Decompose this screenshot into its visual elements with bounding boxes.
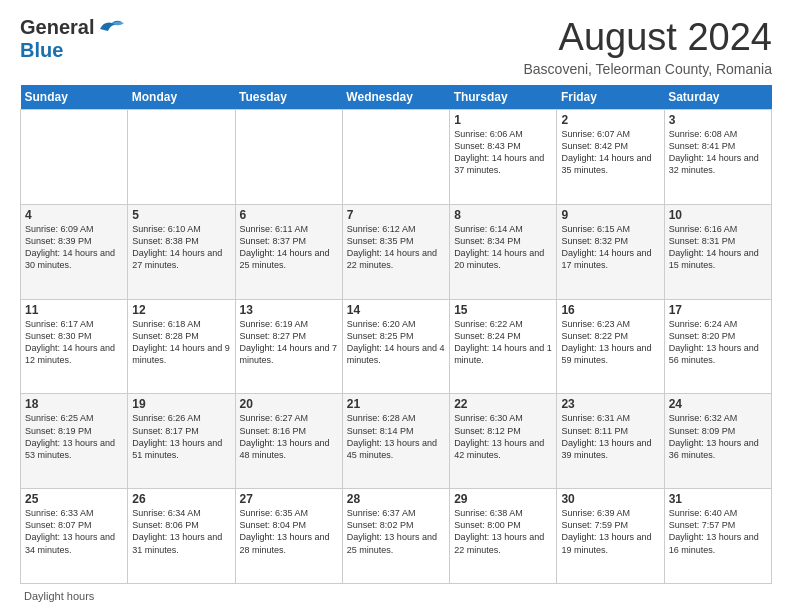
- day-info: Sunrise: 6:39 AM Sunset: 7:59 PM Dayligh…: [561, 507, 659, 556]
- calendar-cell: 24Sunrise: 6:32 AM Sunset: 8:09 PM Dayli…: [664, 394, 771, 489]
- day-info: Sunrise: 6:31 AM Sunset: 8:11 PM Dayligh…: [561, 412, 659, 461]
- calendar-cell: 26Sunrise: 6:34 AM Sunset: 8:06 PM Dayli…: [128, 489, 235, 584]
- day-number: 7: [347, 208, 445, 222]
- day-info: Sunrise: 6:09 AM Sunset: 8:39 PM Dayligh…: [25, 223, 123, 272]
- logo-bird-icon: [96, 17, 124, 39]
- col-tuesday: Tuesday: [235, 85, 342, 110]
- title-area: August 2024 Bascoveni, Teleorman County,…: [130, 16, 772, 77]
- day-number: 21: [347, 397, 445, 411]
- day-info: Sunrise: 6:27 AM Sunset: 8:16 PM Dayligh…: [240, 412, 338, 461]
- logo-area: General Blue: [20, 16, 130, 62]
- day-info: Sunrise: 6:35 AM Sunset: 8:04 PM Dayligh…: [240, 507, 338, 556]
- day-info: Sunrise: 6:28 AM Sunset: 8:14 PM Dayligh…: [347, 412, 445, 461]
- day-info: Sunrise: 6:12 AM Sunset: 8:35 PM Dayligh…: [347, 223, 445, 272]
- day-info: Sunrise: 6:40 AM Sunset: 7:57 PM Dayligh…: [669, 507, 767, 556]
- day-number: 14: [347, 303, 445, 317]
- day-number: 4: [25, 208, 123, 222]
- day-info: Sunrise: 6:16 AM Sunset: 8:31 PM Dayligh…: [669, 223, 767, 272]
- calendar-cell: 11Sunrise: 6:17 AM Sunset: 8:30 PM Dayli…: [21, 299, 128, 394]
- calendar-cell: 21Sunrise: 6:28 AM Sunset: 8:14 PM Dayli…: [342, 394, 449, 489]
- day-number: 9: [561, 208, 659, 222]
- day-info: Sunrise: 6:33 AM Sunset: 8:07 PM Dayligh…: [25, 507, 123, 556]
- day-info: Sunrise: 6:14 AM Sunset: 8:34 PM Dayligh…: [454, 223, 552, 272]
- day-number: 1: [454, 113, 552, 127]
- day-info: Sunrise: 6:23 AM Sunset: 8:22 PM Dayligh…: [561, 318, 659, 367]
- day-number: 2: [561, 113, 659, 127]
- calendar-cell: [342, 110, 449, 205]
- calendar-cell: [21, 110, 128, 205]
- calendar-cell: 8Sunrise: 6:14 AM Sunset: 8:34 PM Daylig…: [450, 204, 557, 299]
- day-info: Sunrise: 6:19 AM Sunset: 8:27 PM Dayligh…: [240, 318, 338, 367]
- calendar-cell: 16Sunrise: 6:23 AM Sunset: 8:22 PM Dayli…: [557, 299, 664, 394]
- day-number: 10: [669, 208, 767, 222]
- calendar-cell: 4Sunrise: 6:09 AM Sunset: 8:39 PM Daylig…: [21, 204, 128, 299]
- col-monday: Monday: [128, 85, 235, 110]
- day-number: 31: [669, 492, 767, 506]
- calendar-week-1: 1Sunrise: 6:06 AM Sunset: 8:43 PM Daylig…: [21, 110, 772, 205]
- day-number: 30: [561, 492, 659, 506]
- calendar-cell: 1Sunrise: 6:06 AM Sunset: 8:43 PM Daylig…: [450, 110, 557, 205]
- calendar-cell: 14Sunrise: 6:20 AM Sunset: 8:25 PM Dayli…: [342, 299, 449, 394]
- calendar-cell: 23Sunrise: 6:31 AM Sunset: 8:11 PM Dayli…: [557, 394, 664, 489]
- calendar-cell: 15Sunrise: 6:22 AM Sunset: 8:24 PM Dayli…: [450, 299, 557, 394]
- day-number: 27: [240, 492, 338, 506]
- page: General Blue August 2024 Bascoveni, Tele…: [0, 0, 792, 612]
- calendar-week-5: 25Sunrise: 6:33 AM Sunset: 8:07 PM Dayli…: [21, 489, 772, 584]
- calendar-cell: 3Sunrise: 6:08 AM Sunset: 8:41 PM Daylig…: [664, 110, 771, 205]
- day-info: Sunrise: 6:34 AM Sunset: 8:06 PM Dayligh…: [132, 507, 230, 556]
- day-info: Sunrise: 6:26 AM Sunset: 8:17 PM Dayligh…: [132, 412, 230, 461]
- day-info: Sunrise: 6:06 AM Sunset: 8:43 PM Dayligh…: [454, 128, 552, 177]
- calendar-cell: 9Sunrise: 6:15 AM Sunset: 8:32 PM Daylig…: [557, 204, 664, 299]
- col-friday: Friday: [557, 85, 664, 110]
- day-number: 29: [454, 492, 552, 506]
- day-number: 15: [454, 303, 552, 317]
- day-info: Sunrise: 6:15 AM Sunset: 8:32 PM Dayligh…: [561, 223, 659, 272]
- day-number: 8: [454, 208, 552, 222]
- calendar-table: Sunday Monday Tuesday Wednesday Thursday…: [20, 85, 772, 584]
- month-title: August 2024: [130, 16, 772, 59]
- col-wednesday: Wednesday: [342, 85, 449, 110]
- calendar-cell: 7Sunrise: 6:12 AM Sunset: 8:35 PM Daylig…: [342, 204, 449, 299]
- calendar-cell: 2Sunrise: 6:07 AM Sunset: 8:42 PM Daylig…: [557, 110, 664, 205]
- daylight-label: Daylight hours: [24, 590, 94, 602]
- col-thursday: Thursday: [450, 85, 557, 110]
- day-number: 6: [240, 208, 338, 222]
- day-info: Sunrise: 6:37 AM Sunset: 8:02 PM Dayligh…: [347, 507, 445, 556]
- calendar-week-4: 18Sunrise: 6:25 AM Sunset: 8:19 PM Dayli…: [21, 394, 772, 489]
- day-number: 25: [25, 492, 123, 506]
- day-number: 22: [454, 397, 552, 411]
- calendar-week-3: 11Sunrise: 6:17 AM Sunset: 8:30 PM Dayli…: [21, 299, 772, 394]
- day-number: 23: [561, 397, 659, 411]
- day-info: Sunrise: 6:17 AM Sunset: 8:30 PM Dayligh…: [25, 318, 123, 367]
- day-info: Sunrise: 6:24 AM Sunset: 8:20 PM Dayligh…: [669, 318, 767, 367]
- col-saturday: Saturday: [664, 85, 771, 110]
- calendar-cell: 20Sunrise: 6:27 AM Sunset: 8:16 PM Dayli…: [235, 394, 342, 489]
- day-number: 16: [561, 303, 659, 317]
- day-info: Sunrise: 6:18 AM Sunset: 8:28 PM Dayligh…: [132, 318, 230, 367]
- day-number: 12: [132, 303, 230, 317]
- day-info: Sunrise: 6:07 AM Sunset: 8:42 PM Dayligh…: [561, 128, 659, 177]
- day-number: 3: [669, 113, 767, 127]
- footer: Daylight hours: [20, 590, 772, 602]
- location-subtitle: Bascoveni, Teleorman County, Romania: [130, 61, 772, 77]
- calendar-cell: [128, 110, 235, 205]
- calendar-cell: 18Sunrise: 6:25 AM Sunset: 8:19 PM Dayli…: [21, 394, 128, 489]
- calendar-cell: 19Sunrise: 6:26 AM Sunset: 8:17 PM Dayli…: [128, 394, 235, 489]
- day-info: Sunrise: 6:32 AM Sunset: 8:09 PM Dayligh…: [669, 412, 767, 461]
- calendar-cell: 22Sunrise: 6:30 AM Sunset: 8:12 PM Dayli…: [450, 394, 557, 489]
- logo-wrap: General: [20, 16, 124, 39]
- day-number: 5: [132, 208, 230, 222]
- day-info: Sunrise: 6:38 AM Sunset: 8:00 PM Dayligh…: [454, 507, 552, 556]
- day-info: Sunrise: 6:11 AM Sunset: 8:37 PM Dayligh…: [240, 223, 338, 272]
- col-sunday: Sunday: [21, 85, 128, 110]
- day-number: 20: [240, 397, 338, 411]
- calendar-cell: 28Sunrise: 6:37 AM Sunset: 8:02 PM Dayli…: [342, 489, 449, 584]
- calendar-cell: 27Sunrise: 6:35 AM Sunset: 8:04 PM Dayli…: [235, 489, 342, 584]
- day-info: Sunrise: 6:30 AM Sunset: 8:12 PM Dayligh…: [454, 412, 552, 461]
- header-row: Sunday Monday Tuesday Wednesday Thursday…: [21, 85, 772, 110]
- calendar-week-2: 4Sunrise: 6:09 AM Sunset: 8:39 PM Daylig…: [21, 204, 772, 299]
- day-info: Sunrise: 6:25 AM Sunset: 8:19 PM Dayligh…: [25, 412, 123, 461]
- day-number: 24: [669, 397, 767, 411]
- calendar-cell: 13Sunrise: 6:19 AM Sunset: 8:27 PM Dayli…: [235, 299, 342, 394]
- day-info: Sunrise: 6:22 AM Sunset: 8:24 PM Dayligh…: [454, 318, 552, 367]
